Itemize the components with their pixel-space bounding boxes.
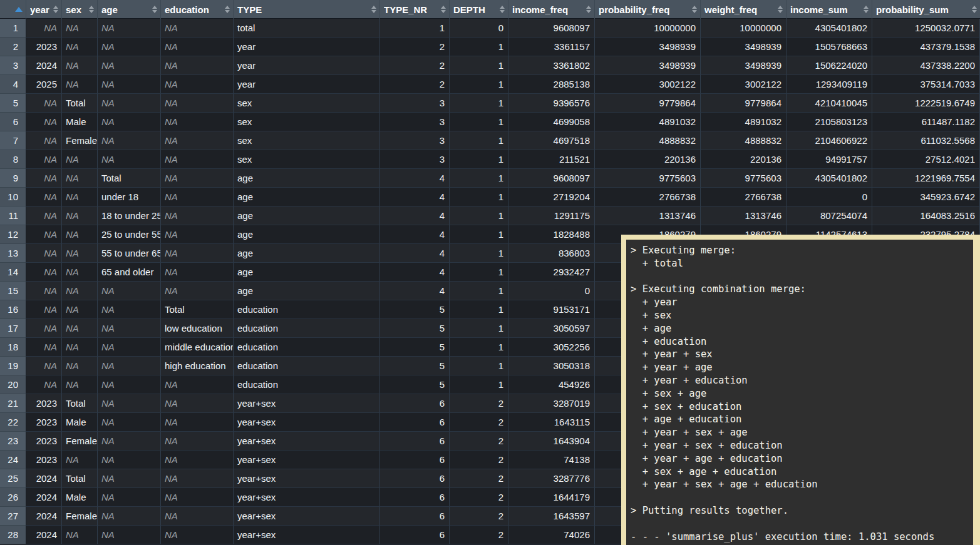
cell-year: 2024 xyxy=(26,507,62,526)
cell-sex: NA xyxy=(62,38,98,56)
sort-up-arrow xyxy=(500,6,505,9)
cell-probability_freq: 1313746 xyxy=(595,206,701,225)
cell-sex: NA xyxy=(62,225,98,244)
sort-ascending-icon[interactable] xyxy=(15,7,23,12)
table-row: 7NAFemaleNANAsex314697518488883248888322… xyxy=(0,131,980,150)
cell-DEPTH: 1 xyxy=(450,375,508,394)
cell-year: NA xyxy=(26,338,62,357)
cell-year: NA xyxy=(26,319,62,338)
column-header-DEPTH[interactable]: DEPTH xyxy=(450,0,508,19)
cell-income_freq: 3287776 xyxy=(508,469,595,488)
column-header-year[interactable]: year xyxy=(26,0,62,19)
sort-up-arrow xyxy=(53,6,58,9)
cell-TYPE_NR: 2 xyxy=(380,56,450,75)
cell-age: 55 to under 65 xyxy=(98,244,161,263)
cell-probability_freq: 3002122 xyxy=(595,75,701,94)
cell-TYPE_NR: 6 xyxy=(380,469,450,488)
cell-year: 2024 xyxy=(26,488,62,507)
column-header-TYPE_NR[interactable]: TYPE_NR xyxy=(380,0,450,19)
sort-up-arrow xyxy=(864,6,869,9)
row-number: 15 xyxy=(0,282,26,300)
cell-weight_freq: 2766738 xyxy=(701,188,787,206)
row-number: 6 xyxy=(0,113,26,131)
cell-income_freq: 211521 xyxy=(508,150,595,169)
row-number: 12 xyxy=(0,225,26,244)
row-number: 2 xyxy=(0,38,26,56)
cell-sex: NA xyxy=(62,300,98,319)
column-header-age[interactable]: age xyxy=(98,0,161,19)
cell-DEPTH: 1 xyxy=(450,319,508,338)
cell-weight_freq: 9779864 xyxy=(701,94,787,113)
sort-up-arrow xyxy=(441,6,446,9)
sort-up-arrow xyxy=(586,6,591,9)
cell-income_freq: 836803 xyxy=(508,244,595,263)
row-number: 7 xyxy=(0,131,26,150)
cell-income_freq: 3050597 xyxy=(508,319,595,338)
sort-up-arrow xyxy=(371,6,376,9)
table-row: 32024NANANAyear2133618023498939349893915… xyxy=(0,56,980,75)
cell-income_freq: 4697518 xyxy=(508,131,595,150)
sort-toggle-icon[interactable] xyxy=(864,6,869,13)
sort-toggle-icon[interactable] xyxy=(225,6,230,13)
column-header-probability_sum[interactable]: probability_sum xyxy=(872,0,980,19)
sort-toggle-icon[interactable] xyxy=(441,6,446,13)
cell-TYPE: sex xyxy=(234,150,380,169)
cell-year: 2023 xyxy=(26,413,62,432)
column-header-weight_freq[interactable]: weight_freq xyxy=(701,0,787,19)
row-number: 14 xyxy=(0,263,26,282)
sort-down-arrow xyxy=(864,10,869,13)
cell-income_freq: 1828488 xyxy=(508,225,595,244)
row-number: 4 xyxy=(0,75,26,94)
column-header-label: income_freq xyxy=(512,4,568,15)
sort-toggle-icon[interactable] xyxy=(53,6,58,13)
column-header-income_freq[interactable]: income_freq xyxy=(508,0,595,19)
cell-age: NA xyxy=(98,94,161,113)
column-header-probability_freq[interactable]: probability_freq xyxy=(595,0,701,19)
column-header-rownum[interactable] xyxy=(0,0,26,19)
cell-sex: Male xyxy=(62,413,98,432)
cell-TYPE_NR: 6 xyxy=(380,394,450,413)
sort-toggle-icon[interactable] xyxy=(778,6,783,13)
sort-toggle-icon[interactable] xyxy=(371,6,376,13)
sort-down-arrow xyxy=(371,10,376,13)
column-header-label: TYPE_NR xyxy=(384,4,427,15)
sort-toggle-icon[interactable] xyxy=(972,6,977,13)
cell-year: 2023 xyxy=(26,451,62,469)
cell-year: NA xyxy=(26,113,62,131)
cell-education: NA xyxy=(161,282,234,300)
cell-probability_sum: 345923.6742 xyxy=(872,188,980,206)
cell-education: NA xyxy=(161,169,234,188)
cell-TYPE: age xyxy=(234,225,380,244)
column-header-education[interactable]: education xyxy=(161,0,234,19)
cell-age: NA xyxy=(98,75,161,94)
sort-toggle-icon[interactable] xyxy=(586,6,591,13)
cell-DEPTH: 1 xyxy=(450,131,508,150)
sort-toggle-icon[interactable] xyxy=(89,6,94,13)
column-header-income_sum[interactable]: income_sum xyxy=(787,0,872,19)
column-header-label: probability_freq xyxy=(599,4,669,15)
cell-DEPTH: 1 xyxy=(450,113,508,131)
cell-age: NA xyxy=(98,319,161,338)
sort-toggle-icon[interactable] xyxy=(692,6,697,13)
cell-weight_freq: 10000000 xyxy=(701,19,787,38)
cell-age: NA xyxy=(98,150,161,169)
cell-age: NA xyxy=(98,282,161,300)
cell-probability_freq: 9775603 xyxy=(595,169,701,188)
cell-TYPE_NR: 4 xyxy=(380,188,450,206)
sort-toggle-icon[interactable] xyxy=(500,6,505,13)
table-row: 42025NANANAyear2128851383002122300212212… xyxy=(0,75,980,94)
sort-toggle-icon[interactable] xyxy=(152,6,157,13)
row-number: 10 xyxy=(0,188,26,206)
row-number: 11 xyxy=(0,206,26,225)
cell-sex: NA xyxy=(62,75,98,94)
cell-income_sum: 2105803123 xyxy=(787,113,872,131)
cell-age: NA xyxy=(98,131,161,150)
cell-education: NA xyxy=(161,507,234,526)
cell-age: NA xyxy=(98,19,161,38)
sort-up-arrow xyxy=(778,6,783,9)
column-header-TYPE[interactable]: TYPE xyxy=(234,0,380,19)
cell-TYPE: year xyxy=(234,38,380,56)
cell-year: NA xyxy=(26,188,62,206)
cell-TYPE_NR: 6 xyxy=(380,451,450,469)
column-header-sex[interactable]: sex xyxy=(62,0,98,19)
